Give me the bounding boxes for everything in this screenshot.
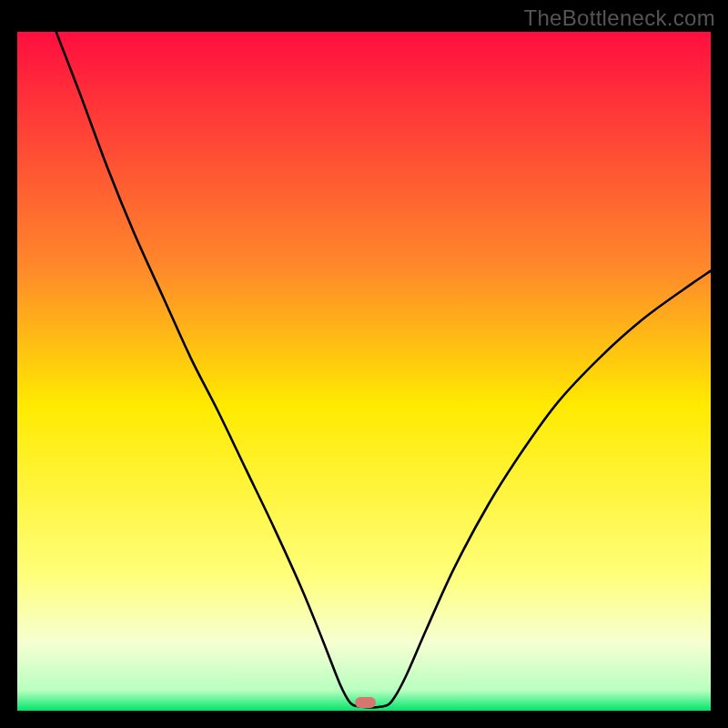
gradient-background [17, 32, 711, 711]
chart-frame: TheBottleneck.com [0, 0, 728, 728]
bottleneck-chart [17, 32, 711, 711]
optimal-marker [355, 697, 376, 708]
plot-area [17, 32, 711, 711]
watermark-text: TheBottleneck.com [523, 5, 715, 31]
